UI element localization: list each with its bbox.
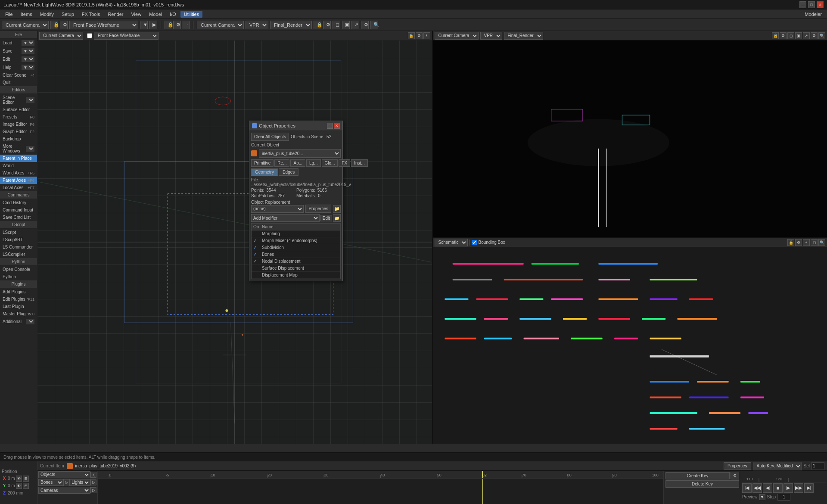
subtab-geometry[interactable]: Geometry <box>251 168 278 176</box>
render-select[interactable]: Final_Render <box>270 21 312 29</box>
sidebar-image-editor[interactable]: Image EditorF6 <box>0 121 37 128</box>
edit-dropdown[interactable]: ▼ <box>22 56 34 62</box>
sidebar-master-plugins[interactable]: Master Plugins'0 <box>0 310 37 317</box>
cam-vp-gear-icon[interactable]: ⚙ <box>780 32 787 39</box>
view-extra-btn[interactable]: ▶ <box>149 21 157 29</box>
cam-vp-render-select[interactable]: Final_Render <box>504 32 543 40</box>
clear-all-objects-btn[interactable]: Clear All Objects <box>251 133 289 141</box>
vp-lock-btn[interactable]: 🔒 <box>165 21 172 29</box>
sidebar-lscript-rt[interactable]: LScript/RT <box>0 236 37 243</box>
sidebar-parent-axes[interactable]: Parent Axes+F6 <box>0 177 37 184</box>
obj-replacement-folder-btn[interactable]: 📁 <box>333 205 341 213</box>
cam-vp-extra1-icon[interactable]: ◻ <box>787 32 794 39</box>
vp-extra-btn[interactable]: ⋮ <box>182 21 190 29</box>
sidebar-ls-commander[interactable]: LS Commander <box>0 243 37 251</box>
sidebar-edit[interactable]: Edit ▼ <box>0 55 37 63</box>
sidebar-graph-editor[interactable]: Graph EditorF2 <box>0 128 37 135</box>
step-input[interactable] <box>777 494 790 501</box>
y-e-btn[interactable]: E <box>23 483 29 489</box>
sidebar-cmd-history[interactable]: Cmd History <box>0 199 37 206</box>
cam-lock-btn[interactable]: 🔒 <box>50 21 58 29</box>
play-btn[interactable]: ▶▶ <box>794 483 803 493</box>
sidebar-surface-editor[interactable]: Surface Editor <box>0 106 37 113</box>
main-vp-canvas[interactable] <box>37 40 432 444</box>
create-key-btn[interactable]: Create Key <box>665 472 730 479</box>
render-extra4-btn[interactable]: ⚙ <box>361 21 369 29</box>
sidebar-load[interactable]: Load ▼ <box>0 39 37 47</box>
scene-editor-dropdown[interactable]: ▼ <box>26 97 34 103</box>
cam-vp-vpr-select[interactable]: VPR <box>480 32 502 40</box>
main-vp-camera-select[interactable]: Current Camera <box>39 32 83 40</box>
modifier-subdivision[interactable]: ✓ Subdivision <box>252 244 340 251</box>
tab-primitive[interactable]: Primitive <box>251 159 274 167</box>
schematic-mode-select[interactable]: Schematic <box>435 239 468 246</box>
sidebar-open-console[interactable]: Open Console <box>0 266 37 273</box>
schematic-viewport[interactable]: Schematic Bounding Box 🔒 ⚙ + ◻ 🔍 <box>433 238 827 444</box>
camera-canvas[interactable] <box>433 40 827 237</box>
x-e-btn[interactable]: E <box>23 476 29 482</box>
sidebar-backdrop[interactable]: Backdrop <box>0 135 37 143</box>
modifier-nodal-disp[interactable]: ✓ Nodal Displacement <box>252 258 340 265</box>
preview-settings-btn[interactable]: ▼ <box>759 494 765 500</box>
sidebar-quit[interactable]: Quit <box>0 79 37 86</box>
sidebar-local-axes[interactable]: Local Axes+F7 <box>0 184 37 191</box>
menu-render[interactable]: Render <box>104 11 127 18</box>
objects-channel-select[interactable]: Objects <box>38 471 90 478</box>
modifier-bones[interactable]: ✓ Bones <box>252 251 340 258</box>
menu-io[interactable]: I/O <box>166 11 180 18</box>
main-vp-mode-select[interactable]: Front Face Wireframe <box>94 32 159 40</box>
schema-vp-gear-icon[interactable]: ⚙ <box>795 239 802 246</box>
stop-btn[interactable]: ■ <box>773 483 783 493</box>
sidebar-save-cmd-list[interactable]: Save Cmd List <box>0 214 37 221</box>
prev-frame-btn[interactable]: ◀ <box>763 483 772 493</box>
menu-view[interactable]: View <box>127 11 145 18</box>
menu-items[interactable]: Items <box>17 11 36 18</box>
sidebar-world-axes[interactable]: World Axes+F5 <box>0 169 37 177</box>
schema-vp-search-icon[interactable]: 🔍 <box>818 239 825 246</box>
save-dropdown[interactable]: ▼ <box>22 48 34 54</box>
track-area[interactable] <box>98 479 663 504</box>
menu-model[interactable]: Model <box>146 11 165 18</box>
render-extra3-btn[interactable]: ↗ <box>351 21 359 29</box>
vp-checkbox[interactable] <box>87 33 92 38</box>
y-eye-btn[interactable]: 👁 <box>16 483 22 489</box>
camera-viewport[interactable]: Current Camera VPR Final_Render 🔒 ⚙ ◻ ▣ … <box>433 31 827 237</box>
vpr-select[interactable]: VPR <box>246 21 268 29</box>
modifier-morphing[interactable]: Morphing <box>252 230 340 237</box>
sidebar-last-plugin[interactable]: Last Plugin <box>0 303 37 310</box>
properties-timeline-btn[interactable]: Properties <box>724 462 751 470</box>
more-windows-dropdown[interactable]: ▼ <box>26 146 34 152</box>
close-btn[interactable]: ✕ <box>817 1 824 8</box>
render-extra5-btn[interactable]: 🔍 <box>370 21 378 29</box>
go-end-btn[interactable]: ▶| <box>804 483 814 493</box>
sidebar-save[interactable]: Save ▼ <box>0 47 37 55</box>
minimize-btn[interactable]: — <box>799 1 806 8</box>
sidebar-presets[interactable]: PresetsF8 <box>0 113 37 121</box>
lights-channel-select[interactable]: Lights <box>69 479 90 486</box>
modifier-surface-disp[interactable]: Surface Displacement <box>252 265 340 272</box>
sidebar-clear-scene[interactable]: Clear Scene +4 <box>0 72 37 79</box>
load-dropdown[interactable]: ▼ <box>22 40 34 46</box>
menu-utilities[interactable]: Utilities <box>180 11 202 18</box>
sidebar-python[interactable]: Python <box>0 273 37 280</box>
sidebar-command-input[interactable]: Command Input <box>0 206 37 214</box>
sidebar-parent-in-place[interactable]: Parent in Place <box>0 155 37 162</box>
sidebar-additional[interactable]: Additional ▼ <box>0 317 37 326</box>
properties-btn[interactable]: Properties <box>305 205 331 213</box>
cam-vp-camera-select[interactable]: Current Camera <box>435 32 479 40</box>
sidebar-lscompiler[interactable]: LSCompiler <box>0 251 37 258</box>
cameras-expand-btn[interactable]: ▷ <box>90 487 96 493</box>
modifier-folder-btn[interactable]: 📁 <box>333 214 341 222</box>
help-dropdown[interactable]: ▼ <box>22 65 34 70</box>
auto-key-select[interactable]: Auto Key: Modified <box>753 462 802 470</box>
create-key-settings-btn[interactable]: ⚙ <box>731 472 739 479</box>
bones-channel-select[interactable]: Bones <box>38 479 64 486</box>
tab-ap[interactable]: Ap... <box>290 159 305 167</box>
sidebar-help[interactable]: Help ▼ <box>0 63 37 72</box>
schema-vp-extra1-icon[interactable]: + <box>803 239 810 246</box>
cam-settings-btn[interactable]: ⚙ <box>60 21 68 29</box>
modifier-list[interactable]: On Name Morphing ✓ Morph Mixer (4 endomo… <box>251 223 341 279</box>
tab-glo[interactable]: Glo... <box>322 159 338 167</box>
delete-key-btn[interactable]: Delete Key <box>665 480 739 488</box>
schema-vp-extra2-icon[interactable]: ◻ <box>811 239 818 246</box>
